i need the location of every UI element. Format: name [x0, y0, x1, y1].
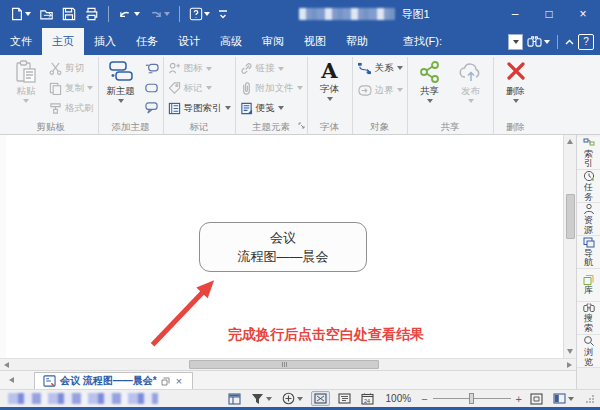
- zoom-slider-thumb[interactable]: [469, 393, 474, 404]
- paste-icon: [15, 60, 37, 84]
- new-topic-label: 新主题: [106, 85, 135, 98]
- horizontal-scrollbar[interactable]: [0, 358, 576, 370]
- delete-x-icon: [505, 60, 527, 84]
- ribbon-help-button[interactable]: ?: [578, 34, 594, 50]
- icon-marker-icon: [168, 62, 181, 75]
- horizontal-scroll-thumb[interactable]: [189, 360, 379, 369]
- dropdown-icon: [118, 99, 124, 103]
- add-view-button[interactable]: [280, 391, 305, 406]
- find-options-button[interactable]: [523, 35, 554, 48]
- add-subtopic-button[interactable]: [144, 60, 159, 78]
- maximize-button[interactable]: □: [532, 0, 566, 28]
- group-label-topic-elements: 主题元素: [240, 119, 303, 134]
- attach-file-button: 附加文件: [240, 79, 303, 97]
- font-button[interactable]: A 字体: [312, 58, 348, 119]
- sheet-tab-active[interactable]: 会议 流程图——晨会* ×: [34, 372, 193, 389]
- share-button[interactable]: 共享: [412, 58, 448, 119]
- save-button[interactable]: [59, 5, 79, 23]
- undo-button[interactable]: [115, 6, 143, 23]
- person-icon: [583, 203, 595, 215]
- dropdown-icon: [327, 97, 333, 101]
- vertical-scroll-thumb[interactable]: [566, 194, 575, 239]
- vertical-scrollbar[interactable]: [563, 135, 576, 358]
- tab-design[interactable]: 设计: [168, 28, 210, 55]
- sheet-close-button[interactable]: ×: [174, 375, 184, 387]
- tab-file[interactable]: 文件: [0, 28, 42, 55]
- tab-advanced[interactable]: 高级: [210, 28, 252, 55]
- dropdown-icon: [278, 106, 284, 110]
- side-tab-library[interactable]: 库: [577, 269, 600, 302]
- print-button[interactable]: [81, 5, 102, 23]
- new-topic-button[interactable]: 新主题: [103, 58, 139, 119]
- scroll-up-button[interactable]: [564, 135, 577, 148]
- customize-toolbar-button[interactable]: [215, 6, 231, 22]
- side-tab-index[interactable]: 索 引: [577, 137, 600, 170]
- triangle-down-icon: [567, 349, 573, 354]
- boundary-label: 边界: [375, 84, 394, 97]
- dropdown-icon: [278, 67, 284, 71]
- censored-app-name: [299, 8, 395, 20]
- side-tab-browse[interactable]: 浏 览: [577, 335, 600, 368]
- scroll-down-button[interactable]: [564, 345, 577, 358]
- side-tab-navigator[interactable]: 导 航: [577, 236, 600, 269]
- collapse-ribbon-button[interactable]: [561, 39, 578, 45]
- new-document-icon: [10, 7, 24, 21]
- zoom-in-button[interactable]: +: [516, 393, 522, 405]
- side-tab-resources[interactable]: 资 源: [577, 203, 600, 236]
- side-tab-tasks-label: 任 务: [584, 183, 593, 202]
- link-icon: [240, 62, 253, 75]
- dropdown-icon: [87, 86, 93, 90]
- window-controls: – □ ×: [498, 0, 600, 28]
- map-view-icon: [314, 393, 327, 404]
- annotation-text: 完成换行后点击空白处查看结果: [181, 326, 471, 344]
- resize-grip[interactable]: [586, 395, 594, 403]
- sheet-nav-left-button[interactable]: [0, 371, 22, 389]
- zoom-slider: − +: [421, 393, 522, 405]
- tab-help[interactable]: 帮助: [336, 28, 378, 55]
- relationship-button[interactable]: 关系: [357, 59, 403, 77]
- map-canvas[interactable]: 会议 流程图——晨会 完成换行后点击空白处查看结果: [0, 135, 563, 358]
- dropdown-icon: [513, 40, 519, 44]
- copy-label: 复制: [65, 82, 84, 95]
- side-tab-search[interactable]: 搜 索: [577, 302, 600, 335]
- delete-button[interactable]: 删除: [498, 58, 534, 119]
- tab-view[interactable]: 视图: [294, 28, 336, 55]
- attach-file-label: 附加文件: [256, 82, 294, 95]
- tab-home[interactable]: 主页: [42, 28, 84, 55]
- outline-view-button[interactable]: [336, 392, 353, 405]
- find-history-dropdown[interactable]: [508, 34, 523, 50]
- link-button: 链接: [240, 60, 303, 78]
- help-menu-button[interactable]: [186, 5, 213, 23]
- minimize-button[interactable]: –: [498, 0, 532, 28]
- info-panel-button[interactable]: [226, 392, 243, 406]
- map-view-button[interactable]: [311, 391, 330, 406]
- tab-insert[interactable]: 插入: [84, 28, 126, 55]
- note-button[interactable]: 便笺: [240, 99, 303, 117]
- dialog-launcher-icon[interactable]: [298, 119, 305, 131]
- side-tab-tasks[interactable]: 任 务: [577, 170, 600, 203]
- central-topic[interactable]: 会议 流程图——晨会: [199, 222, 367, 272]
- new-document-button[interactable]: [7, 5, 34, 23]
- note-icon: [240, 102, 253, 115]
- binoculars-icon: [527, 35, 542, 48]
- map-index-icon: [168, 102, 181, 115]
- add-floating-topic-button[interactable]: [144, 79, 159, 97]
- filter-button[interactable]: [249, 392, 274, 406]
- fit-window-button[interactable]: [528, 392, 545, 406]
- sheet-expand-icon[interactable]: [161, 377, 170, 386]
- chevron-up-icon: [565, 39, 574, 45]
- map-index-button[interactable]: 导图索引: [168, 99, 231, 117]
- open-button[interactable]: [36, 5, 57, 23]
- add-callout-button[interactable]: [144, 99, 159, 117]
- copy-button: 复制: [49, 79, 94, 97]
- side-tab-navigator-label: 导 航: [584, 249, 593, 268]
- close-button[interactable]: ×: [566, 0, 600, 28]
- zoom-slider-track[interactable]: [433, 398, 511, 399]
- tab-task[interactable]: 任务: [126, 28, 168, 55]
- schedule-view-button[interactable]: 24: [359, 392, 376, 406]
- panel-layout-button[interactable]: [551, 392, 576, 405]
- zoom-out-button[interactable]: −: [421, 393, 427, 405]
- tab-review[interactable]: 审阅: [252, 28, 294, 55]
- redo-button: [145, 6, 173, 23]
- format-painter-label: 格式刷: [65, 102, 94, 115]
